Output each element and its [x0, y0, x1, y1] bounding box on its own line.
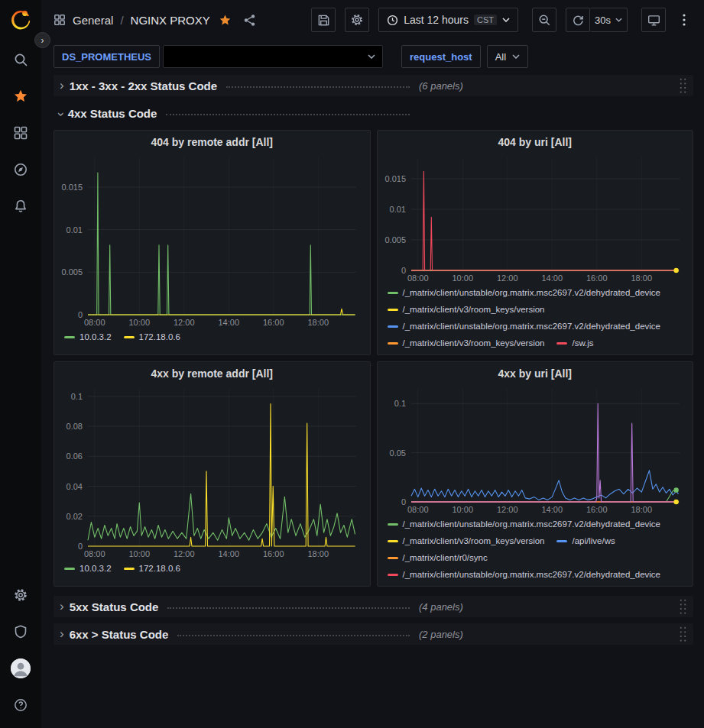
- svg-text:10:00: 10:00: [129, 318, 151, 327]
- svg-text:10:00: 10:00: [129, 549, 151, 558]
- time-series-chart[interactable]: 08:0010:0012:0014:0016:0018:0000.0050.01…: [60, 151, 364, 328]
- dashboard-title[interactable]: NGINX PROXY: [131, 14, 210, 27]
- legend-series-swatch: [124, 336, 135, 338]
- legend-series-label: /_matrix/client/unstable/org.matrix.msc2…: [403, 519, 661, 529]
- monitor-icon: [647, 14, 660, 27]
- breadcrumb-section[interactable]: General: [73, 14, 113, 27]
- legend-item[interactable]: 172.18.0.6: [124, 560, 180, 577]
- time-series-chart[interactable]: 08:0010:0012:0014:0016:0018:0000.050.1: [384, 383, 687, 516]
- drag-handle[interactable]: [679, 626, 687, 642]
- dashboard-content: DS_PROMETHEUS request_host All › 1xx - 3…: [41, 40, 704, 728]
- svg-text:14:00: 14:00: [541, 273, 563, 283]
- request-host-variable-label[interactable]: request_host: [401, 45, 481, 68]
- legend-item[interactable]: /_matrix/client/unstable/org.matrix.msc2…: [388, 516, 661, 532]
- datasource-variable-select[interactable]: [163, 45, 383, 68]
- svg-text:0: 0: [78, 310, 83, 319]
- row-lead: › 1xx - 3xx - 2xx Status Code: [54, 79, 413, 93]
- row-5xx-status-code[interactable]: › 5xx Status Code (4 panels): [54, 596, 693, 617]
- legend-series-swatch: [388, 325, 398, 328]
- refresh-button[interactable]: [566, 8, 590, 32]
- svg-text:12:00: 12:00: [497, 505, 518, 514]
- bell-icon: [13, 199, 28, 214]
- svg-text:0.005: 0.005: [61, 267, 83, 277]
- time-range-picker[interactable]: Last 12 hours CST: [378, 8, 518, 32]
- dotted-leader: [177, 635, 410, 636]
- request-host-variable-select[interactable]: All: [487, 45, 528, 68]
- legend-item[interactable]: 172.18.0.6: [124, 328, 180, 345]
- shield-icon: [13, 624, 28, 639]
- share-icon[interactable]: [243, 14, 256, 27]
- sidebar: [0, 0, 41, 728]
- sidebar-item-dashboards[interactable]: [4, 115, 37, 151]
- svg-text:12:00: 12:00: [174, 549, 195, 558]
- sidebar-item-alerting[interactable]: [4, 188, 37, 225]
- panel-title[interactable]: 404 by remote addr [All]: [60, 133, 364, 151]
- legend-item[interactable]: /_matrix/client/unstable/org.matrix.msc2…: [388, 318, 661, 335]
- svg-text:0.01: 0.01: [389, 205, 405, 214]
- panel-404-by-uri: 404 by uri [All] 08:0010:0012:0014:0016:…: [377, 130, 694, 355]
- legend-item[interactable]: /_matrix/client/unstable/org.matrix.msc2…: [388, 566, 661, 583]
- request-host-variable-value: All: [495, 51, 506, 63]
- legend-item[interactable]: /_matrix/client/r0/sync: [388, 549, 488, 566]
- legend-item[interactable]: 10.0.3.2: [64, 328, 112, 345]
- sidebar-item-profile[interactable]: [4, 650, 37, 687]
- chevron-right-icon: ›: [60, 627, 64, 640]
- dashboard-settings-button[interactable]: [345, 8, 369, 32]
- svg-text:18:00: 18:00: [308, 318, 329, 327]
- svg-text:0.06: 0.06: [67, 451, 83, 461]
- panel-title[interactable]: 404 by uri [All]: [384, 133, 687, 151]
- sidebar-item-explore[interactable]: [4, 151, 37, 188]
- sidebar-item-search[interactable]: [4, 41, 37, 78]
- row-6xx-status-code[interactable]: › 6xx > Status Code (2 panels): [54, 623, 693, 645]
- refresh-interval-dropdown[interactable]: 30s: [590, 8, 628, 32]
- svg-text:16:00: 16:00: [586, 273, 608, 283]
- chevron-right-icon: ›: [60, 79, 64, 92]
- legend-item[interactable]: /_matrix/client/v3/room_keys/version: [388, 301, 545, 318]
- time-series-chart[interactable]: 08:0010:0012:0014:0016:0018:0000.0050.01…: [384, 151, 687, 284]
- legend-series-label: /_matrix/client/unstable/org.matrix.msc2…: [403, 322, 661, 331]
- row-4xx-status-code[interactable]: › 4xx Status Code: [54, 102, 693, 124]
- time-series-svg: 08:0010:0012:0014:0016:0018:0000.0050.01…: [60, 151, 364, 328]
- legend-item[interactable]: /_matrix/client/v3/room_keys/version: [388, 532, 545, 549]
- sidebar-item-configuration[interactable]: [4, 577, 37, 613]
- datasource-variable-label[interactable]: DS_PROMETHEUS: [54, 45, 160, 68]
- panel-grid-row: 4xx by remote addr [All] 08:0010:0012:00…: [54, 361, 693, 587]
- svg-text:08:00: 08:00: [84, 549, 105, 558]
- save-dashboard-button[interactable]: [311, 8, 336, 32]
- tv-mode-button[interactable]: [641, 8, 666, 32]
- sidebar-item-starred[interactable]: [4, 78, 37, 115]
- sidebar-item-server-admin[interactable]: [4, 613, 37, 650]
- legend-item[interactable]: /api/live/ws: [556, 532, 615, 549]
- legend-series-swatch: [388, 540, 398, 542]
- legend-series-label: 10.0.3.2: [79, 332, 112, 341]
- legend-item[interactable]: 10.0.3.2: [64, 560, 112, 577]
- row-panel-count: (6 panels): [419, 80, 463, 92]
- panel-title[interactable]: 4xx by remote addr [All]: [60, 364, 364, 383]
- panel-title[interactable]: 4xx by uri [All]: [384, 364, 687, 383]
- grafana-logo-icon[interactable]: [8, 8, 33, 32]
- chevron-down-icon: ›: [55, 112, 68, 116]
- legend-series-label: 10.0.3.2: [79, 564, 112, 573]
- legend-series-swatch: [388, 574, 398, 576]
- sidebar-expand-button[interactable]: ›: [34, 32, 50, 48]
- legend-item[interactable]: /sw.js: [556, 335, 593, 351]
- legend-item[interactable]: /_matrix/client/v3/room_keys/version: [388, 335, 545, 351]
- svg-text:16:00: 16:00: [263, 318, 284, 327]
- row-1xx-3xx-2xx-status-code[interactable]: › 1xx - 3xx - 2xx Status Code (6 panels): [54, 75, 693, 96]
- svg-text:0.04: 0.04: [67, 482, 83, 491]
- time-series-chart[interactable]: 08:0010:0012:0014:0016:0018:0000.020.040…: [60, 383, 364, 560]
- drag-handle[interactable]: [679, 77, 687, 94]
- svg-text:08:00: 08:00: [407, 273, 429, 283]
- legend-series-label: 172.18.0.6: [139, 332, 180, 341]
- favorite-star-icon[interactable]: [219, 14, 232, 27]
- legend-item[interactable]: /_matrix/client/unstable/org.matrix.msc2…: [388, 284, 661, 301]
- more-options-button[interactable]: [675, 8, 693, 32]
- row-title: 6xx > Status Code: [70, 628, 169, 641]
- chevron-down-icon: [512, 54, 520, 59]
- gear-icon: [13, 587, 28, 603]
- grafana-dashboard-app: › General / NGINX PROXY: [0, 0, 704, 728]
- sidebar-item-help[interactable]: [4, 687, 37, 723]
- dotted-leader: [166, 114, 410, 115]
- drag-handle[interactable]: [679, 598, 687, 615]
- zoom-out-button[interactable]: [532, 8, 556, 32]
